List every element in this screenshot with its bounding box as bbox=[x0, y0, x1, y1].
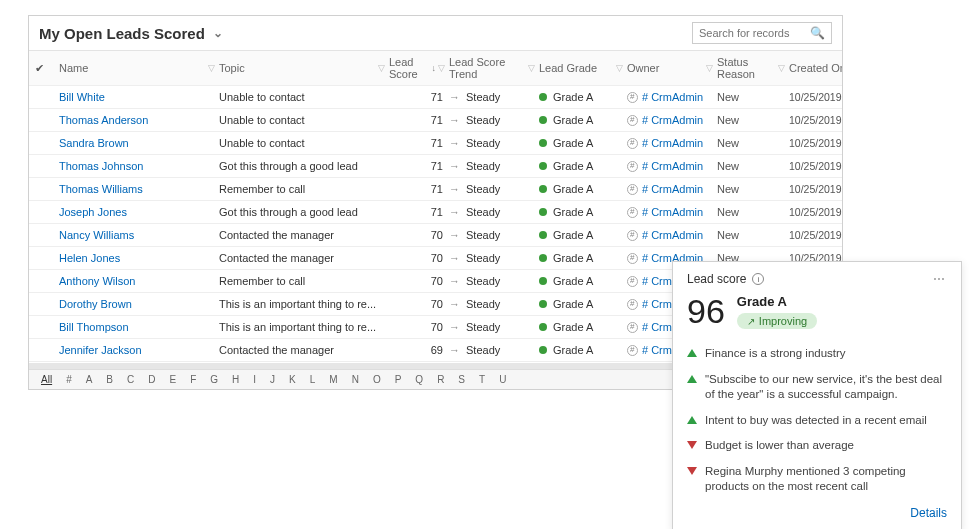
owner-link[interactable]: # CrmAdmin bbox=[642, 229, 703, 241]
arrow-right-icon: → bbox=[449, 114, 460, 126]
owner-link[interactable]: # CrmAdmin bbox=[642, 183, 703, 195]
topic-cell: Remember to call bbox=[219, 183, 389, 195]
az-letter[interactable]: L bbox=[310, 374, 316, 385]
filter-icon[interactable]: ▽ bbox=[528, 63, 539, 73]
lead-name-link[interactable]: Thomas Anderson bbox=[59, 114, 148, 126]
table-row[interactable]: Thomas Williams Remember to call 71 →Ste… bbox=[29, 178, 842, 201]
reason-positive: "Subscibe to our new service, it's the b… bbox=[687, 367, 947, 408]
filter-icon[interactable]: ▽ bbox=[778, 63, 789, 73]
score-cell: 71 bbox=[389, 91, 449, 103]
triangle-up-icon bbox=[687, 349, 697, 357]
card-title: Lead score bbox=[687, 272, 746, 286]
status-cell: New bbox=[717, 206, 789, 218]
lead-name-link[interactable]: Thomas Johnson bbox=[59, 160, 143, 172]
arrow-right-icon: → bbox=[449, 252, 460, 264]
owner-cell[interactable]: # CrmAdmin bbox=[627, 114, 717, 126]
col-name[interactable]: Name▽ bbox=[59, 62, 219, 74]
arrow-right-icon: → bbox=[449, 160, 460, 172]
az-letter[interactable]: J bbox=[270, 374, 275, 385]
az-letter[interactable]: K bbox=[289, 374, 296, 385]
trend-badge: ↗ Improving bbox=[737, 313, 817, 329]
owner-cell[interactable]: # CrmAdmin bbox=[627, 206, 717, 218]
az-letter[interactable]: G bbox=[210, 374, 218, 385]
az-letter[interactable]: U bbox=[499, 374, 506, 385]
az-letter[interactable]: # bbox=[66, 374, 72, 385]
table-row[interactable]: Bill White Unable to contact 71 →Steady … bbox=[29, 86, 842, 109]
owner-link[interactable]: # CrmAdmin bbox=[642, 206, 703, 218]
owner-link[interactable]: # CrmAdmin bbox=[642, 160, 703, 172]
dot-green-icon bbox=[539, 116, 547, 124]
score-cell: 71 bbox=[389, 183, 449, 195]
details-link[interactable]: Details bbox=[687, 506, 947, 520]
owner-link[interactable]: # CrmAdmin bbox=[642, 114, 703, 126]
more-icon[interactable]: ⋯ bbox=[933, 272, 947, 286]
reason-negative: Budget is lower than average bbox=[687, 433, 947, 459]
owner-link[interactable]: # CrmAdmin bbox=[642, 137, 703, 149]
az-letter[interactable]: R bbox=[437, 374, 444, 385]
owner-cell[interactable]: # CrmAdmin bbox=[627, 183, 717, 195]
table-row[interactable]: Thomas Johnson Got this through a good l… bbox=[29, 155, 842, 178]
az-letter[interactable]: All bbox=[41, 374, 52, 385]
lead-name-link[interactable]: Bill Thompson bbox=[59, 321, 129, 333]
dot-green-icon bbox=[539, 300, 547, 308]
dot-green-icon bbox=[539, 277, 547, 285]
az-letter[interactable]: A bbox=[86, 374, 93, 385]
az-letter[interactable]: T bbox=[479, 374, 485, 385]
topic-cell: This is an important thing to re... bbox=[219, 321, 389, 333]
filter-icon[interactable]: ▽ bbox=[208, 63, 219, 73]
owner-cell[interactable]: # CrmAdmin bbox=[627, 160, 717, 172]
owner-icon bbox=[627, 299, 638, 310]
filter-icon[interactable]: ▽ bbox=[438, 63, 449, 73]
lead-name-link[interactable]: Bill White bbox=[59, 91, 105, 103]
filter-icon[interactable]: ▽ bbox=[616, 63, 627, 73]
filter-icon[interactable]: ▽ bbox=[706, 63, 717, 73]
lead-name-link[interactable]: Jennifer Jackson bbox=[59, 344, 142, 356]
table-row[interactable]: Joseph Jones Got this through a good lea… bbox=[29, 201, 842, 224]
lead-name-link[interactable]: Anthony Wilson bbox=[59, 275, 135, 287]
chevron-down-icon: ⌄ bbox=[213, 26, 223, 40]
col-grade[interactable]: Lead Grade▽ bbox=[539, 62, 627, 74]
lead-name-link[interactable]: Sandra Brown bbox=[59, 137, 129, 149]
col-trend[interactable]: Lead Score Trend▽ bbox=[449, 56, 539, 80]
owner-link[interactable]: # CrmAdmin bbox=[642, 91, 703, 103]
view-title[interactable]: My Open Leads Scored ⌄ bbox=[39, 25, 223, 42]
az-letter[interactable]: I bbox=[253, 374, 256, 385]
az-letter[interactable]: S bbox=[458, 374, 465, 385]
az-letter[interactable]: C bbox=[127, 374, 134, 385]
az-letter[interactable]: P bbox=[395, 374, 402, 385]
search-box[interactable]: 🔍 bbox=[692, 22, 832, 44]
filter-icon[interactable]: ▽ bbox=[378, 63, 389, 73]
lead-name-link[interactable]: Nancy Williams bbox=[59, 229, 134, 241]
info-icon[interactable]: i bbox=[752, 273, 764, 285]
lead-name-link[interactable]: Joseph Jones bbox=[59, 206, 127, 218]
lead-name-link[interactable]: Dorothy Brown bbox=[59, 298, 132, 310]
lead-name-link[interactable]: Thomas Williams bbox=[59, 183, 143, 195]
owner-cell[interactable]: # CrmAdmin bbox=[627, 91, 717, 103]
trend-cell: →Steady bbox=[449, 321, 539, 333]
lead-name-link[interactable]: Helen Jones bbox=[59, 252, 120, 264]
az-letter[interactable]: F bbox=[190, 374, 196, 385]
table-row[interactable]: Sandra Brown Unable to contact 71 →Stead… bbox=[29, 132, 842, 155]
owner-cell[interactable]: # CrmAdmin bbox=[627, 137, 717, 149]
az-letter[interactable]: E bbox=[170, 374, 177, 385]
az-letter[interactable]: O bbox=[373, 374, 381, 385]
az-letter[interactable]: N bbox=[352, 374, 359, 385]
table-row[interactable]: Thomas Anderson Unable to contact 71 →St… bbox=[29, 109, 842, 132]
az-letter[interactable]: B bbox=[106, 374, 113, 385]
col-leadscore[interactable]: Lead Score↓▽ bbox=[389, 56, 449, 80]
owner-cell[interactable]: # CrmAdmin bbox=[627, 229, 717, 241]
dot-green-icon bbox=[539, 323, 547, 331]
az-letter[interactable]: M bbox=[329, 374, 337, 385]
table-row[interactable]: Nancy Williams Contacted the manager 70 … bbox=[29, 224, 842, 247]
search-icon[interactable]: 🔍 bbox=[810, 26, 825, 40]
az-letter[interactable]: H bbox=[232, 374, 239, 385]
col-owner[interactable]: Owner▽ bbox=[627, 62, 717, 74]
az-letter[interactable]: Q bbox=[415, 374, 423, 385]
col-status[interactable]: Status Reason▽ bbox=[717, 56, 789, 80]
select-all-check[interactable]: ✔ bbox=[35, 62, 59, 75]
col-created[interactable]: Created On▽ bbox=[789, 62, 842, 74]
col-topic[interactable]: Topic▽ bbox=[219, 62, 389, 74]
az-letter[interactable]: D bbox=[148, 374, 155, 385]
search-input[interactable] bbox=[699, 27, 809, 39]
status-cell: New bbox=[717, 160, 789, 172]
